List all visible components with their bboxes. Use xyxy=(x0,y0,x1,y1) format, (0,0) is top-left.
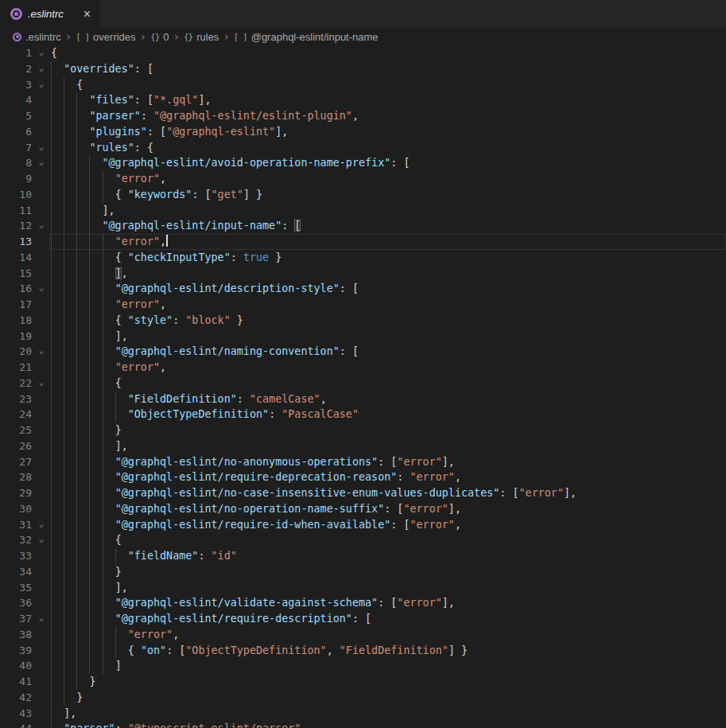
code-line[interactable]: 26 ], xyxy=(0,438,726,454)
code-line[interactable]: 19 ], xyxy=(0,329,726,345)
code-text: ], xyxy=(51,203,115,219)
code-text: "FieldDefinition": "camelCase", xyxy=(51,391,327,407)
line-number: 44 xyxy=(0,721,32,728)
code-line[interactable]: 7⌄ "rules": { xyxy=(0,140,726,156)
chevron-right-icon: › xyxy=(223,30,229,43)
breadcrumb-label: overrides xyxy=(93,31,135,43)
chevron-down-icon[interactable]: ⌄ xyxy=(35,344,48,360)
chevron-down-icon[interactable]: ⌄ xyxy=(35,611,48,627)
code-line[interactable]: 30 "@graphql-eslint/no-operation-name-su… xyxy=(0,501,726,517)
line-number: 13 xyxy=(0,234,32,250)
code-line[interactable]: 1⌄{ xyxy=(0,45,726,61)
breadcrumb: .eslintrc›[ ]overrides›{}0›{}rules›[ ]@g… xyxy=(0,28,726,45)
code-line[interactable]: 6 "plugins": ["@graphql-eslint"], xyxy=(0,124,726,140)
symbol-object-icon: {} xyxy=(150,32,159,42)
tab-eslintrc[interactable]: .eslintrc × xyxy=(0,0,100,28)
code-line[interactable]: 22⌄ { xyxy=(0,376,726,391)
chevron-down-icon[interactable]: ⌄ xyxy=(35,61,48,77)
chevron-down-icon[interactable]: ⌄ xyxy=(35,155,48,171)
code-text: { xyxy=(51,45,57,61)
code-line[interactable]: 25 } xyxy=(0,422,726,438)
chevron-down-icon[interactable]: ⌄ xyxy=(35,281,48,297)
breadcrumb-item--eslintrc[interactable]: .eslintrc xyxy=(13,31,61,43)
code-text: } xyxy=(51,690,83,706)
breadcrumb-item-0[interactable]: {}0 xyxy=(150,31,169,43)
line-number: 2 xyxy=(0,61,32,77)
code-line[interactable]: 29 "@graphql-eslint/no-case-insensitive-… xyxy=(0,485,726,501)
code-line[interactable]: 31⌄ "@graphql-eslint/require-id-when-ava… xyxy=(0,517,726,533)
code-text: } xyxy=(51,674,95,690)
chevron-down-icon[interactable]: ⌄ xyxy=(35,517,48,533)
code-line[interactable]: 36 "@graphql-eslint/validate-against-sch… xyxy=(0,595,726,611)
line-number: 38 xyxy=(0,627,32,643)
code-line[interactable]: 43 ], xyxy=(0,706,726,722)
line-number: 30 xyxy=(0,501,32,517)
line-number: 20 xyxy=(0,344,32,360)
code-line[interactable]: 5 "parser": "@graphql-eslint/eslint-plug… xyxy=(0,108,726,124)
line-number: 34 xyxy=(0,564,32,580)
code-line[interactable]: 40 ] xyxy=(0,658,726,674)
code-line[interactable]: 3⌄ { xyxy=(0,77,726,93)
chevron-down-icon[interactable]: ⌄ xyxy=(35,376,48,391)
code-line[interactable]: 15 ], xyxy=(0,266,726,282)
code-editor[interactable]: 1⌄{2⌄ "overrides": [3⌄ {4 "files": ["*.g… xyxy=(0,45,726,728)
code-line[interactable]: 39 { "on": ["ObjectTypeDefinition", "Fie… xyxy=(0,643,726,659)
code-line[interactable]: 21 "error", xyxy=(0,360,726,376)
code-line[interactable]: 13 "error", xyxy=(0,234,726,250)
code-text: "@graphql-eslint/require-description": [ xyxy=(51,611,371,627)
line-number: 1 xyxy=(0,45,32,61)
code-line[interactable]: 28 "@graphql-eslint/require-deprecation-… xyxy=(0,469,726,485)
eslint-file-icon xyxy=(13,33,21,41)
code-line[interactable]: 23 "FieldDefinition": "camelCase", xyxy=(0,391,726,407)
code-line[interactable]: 20⌄ "@graphql-eslint/naming-convention":… xyxy=(0,344,726,360)
line-number: 25 xyxy=(0,422,32,438)
code-line[interactable]: 16⌄ "@graphql-eslint/description-style":… xyxy=(0,281,726,297)
code-line[interactable]: 32⌄ { xyxy=(0,532,726,548)
code-text: "@graphql-eslint/no-operation-name-suffi… xyxy=(51,501,461,517)
code-line[interactable]: 33 "fieldName": "id" xyxy=(0,548,726,564)
chevron-down-icon[interactable]: ⌄ xyxy=(35,45,48,61)
line-number: 9 xyxy=(0,171,32,187)
code-text: "@graphql-eslint/avoid-operation-name-pr… xyxy=(51,155,410,171)
code-line[interactable]: 44 "parser": "@typescript-eslint/parser"… xyxy=(0,721,726,728)
code-line[interactable]: 8⌄ "@graphql-eslint/avoid-operation-name… xyxy=(0,155,726,171)
tab-bar: .eslintrc × xyxy=(0,0,726,28)
code-line[interactable]: 10 { "keywords": ["get"] } xyxy=(0,187,726,203)
breadcrumb-item-overrides[interactable]: [ ]overrides xyxy=(76,31,135,43)
code-line[interactable]: 24 "ObjectTypeDefinition": "PascalCase" xyxy=(0,407,726,422)
code-line[interactable]: 42 } xyxy=(0,690,726,706)
code-text: { "keywords": ["get"] } xyxy=(51,187,262,203)
code-text: "@graphql-eslint/naming-convention": [ xyxy=(51,344,359,360)
breadcrumb-item-rules[interactable]: {}rules xyxy=(184,31,219,43)
code-line[interactable]: 14 { "checkInputType": true } xyxy=(0,250,726,266)
code-text: "parser": "@graphql-eslint/eslint-plugin… xyxy=(51,108,359,124)
line-number: 12 xyxy=(0,218,32,234)
code-line[interactable]: 38 "error", xyxy=(0,627,726,643)
code-line[interactable]: 4 "files": ["*.gql"], xyxy=(0,92,726,108)
chevron-down-icon[interactable]: ⌄ xyxy=(35,77,48,93)
line-number: 33 xyxy=(0,548,32,564)
code-line[interactable]: 35 ], xyxy=(0,580,726,596)
code-line[interactable]: 9 "error", xyxy=(0,171,726,187)
breadcrumb-item--graphql-eslint-input-name[interactable]: [ ]@graphql-eslint/input-name xyxy=(234,31,379,43)
code-line[interactable]: 34 } xyxy=(0,564,726,580)
close-icon[interactable]: × xyxy=(82,8,92,21)
code-line[interactable]: 2⌄ "overrides": [ xyxy=(0,61,726,77)
breadcrumb-label: @graphql-eslint/input-name xyxy=(251,31,379,43)
chevron-down-icon[interactable]: ⌄ xyxy=(35,140,48,156)
code-text: ], xyxy=(51,266,128,282)
code-line[interactable]: 27 "@graphql-eslint/no-anonymous-operati… xyxy=(0,454,726,470)
code-line[interactable]: 41 } xyxy=(0,674,726,690)
line-number: 37 xyxy=(0,611,32,627)
code-line[interactable]: 37⌄ "@graphql-eslint/require-description… xyxy=(0,611,726,627)
chevron-down-icon[interactable]: ⌄ xyxy=(35,532,48,548)
code-line[interactable]: 11 ], xyxy=(0,203,726,219)
chevron-down-icon[interactable]: ⌄ xyxy=(35,218,48,234)
code-line[interactable]: 18 { "style": "block" } xyxy=(0,313,726,329)
chevron-right-icon: › xyxy=(65,30,72,43)
code-line[interactable]: 12⌄ "@graphql-eslint/input-name": [ xyxy=(0,218,726,234)
line-number: 29 xyxy=(0,485,32,501)
code-line[interactable]: 17 "error", xyxy=(0,297,726,313)
code-text: "@graphql-eslint/description-style": [ xyxy=(51,281,359,297)
line-number: 6 xyxy=(0,124,32,140)
